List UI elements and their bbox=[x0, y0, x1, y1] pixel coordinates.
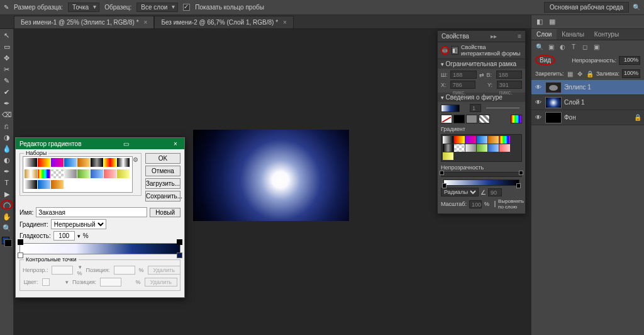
dodge-tool[interactable]: ◐ bbox=[1, 155, 13, 165]
gear-icon[interactable]: ⚙ bbox=[133, 156, 138, 163]
fill-preview[interactable] bbox=[441, 105, 460, 112]
document-tab[interactable]: Без имени-2 @ 66,7% (Слой 1, RGB/8) *× bbox=[154, 16, 294, 28]
gradient-preset[interactable] bbox=[51, 169, 64, 178]
tab-layers[interactable]: Слои bbox=[531, 29, 557, 40]
gradient-preset[interactable] bbox=[117, 169, 130, 178]
ok-button[interactable]: OK bbox=[145, 153, 180, 164]
opacity-input[interactable]: 100% bbox=[619, 56, 640, 65]
visibility-icon[interactable]: 👁 bbox=[534, 84, 543, 91]
blend-mode-select[interactable]: Вид bbox=[535, 55, 555, 65]
gradient-preset[interactable] bbox=[443, 136, 453, 144]
filter-adj-icon[interactable]: ◐ bbox=[558, 42, 567, 51]
color-swatch[interactable] bbox=[2, 237, 12, 247]
y-input[interactable]: 391 пикс. bbox=[497, 81, 522, 89]
gradient-preset[interactable] bbox=[465, 136, 476, 144]
color-panel-icon[interactable]: ◧ bbox=[535, 18, 544, 26]
lasso-tool[interactable]: ✥ bbox=[1, 53, 13, 63]
stop-color-swatch[interactable] bbox=[42, 278, 50, 286]
width-input[interactable]: 188 пикс. bbox=[450, 71, 476, 79]
angle-input[interactable]: 90 bbox=[488, 188, 502, 196]
close-icon[interactable]: × bbox=[283, 19, 287, 26]
lock-all-icon[interactable]: 🔒 bbox=[586, 69, 594, 78]
gradient-type-select[interactable]: Непрерывный bbox=[51, 219, 106, 229]
gradient-preset[interactable] bbox=[25, 180, 37, 189]
load-button[interactable]: Загрузить... bbox=[145, 178, 180, 189]
stop-position-input[interactable] bbox=[114, 266, 135, 275]
x-input[interactable]: 786 пикс. bbox=[450, 81, 475, 89]
marquee-tool[interactable]: ▭ bbox=[1, 42, 13, 52]
gradient-preset[interactable] bbox=[64, 158, 77, 167]
gradient-preset[interactable] bbox=[25, 169, 37, 178]
swatches-panel-icon[interactable]: ▦ bbox=[548, 18, 557, 26]
type-tool[interactable]: T bbox=[1, 178, 13, 188]
maximize-icon[interactable]: ▭ bbox=[121, 140, 131, 147]
gradient-preset[interactable] bbox=[77, 158, 90, 167]
lock-pixels-icon[interactable]: ▦ bbox=[567, 69, 574, 78]
gradient-preset[interactable] bbox=[477, 136, 487, 144]
opacity-slider[interactable] bbox=[441, 172, 522, 177]
hand-tool[interactable]: ✋ bbox=[1, 212, 13, 222]
move-tool[interactable]: ↖ bbox=[1, 30, 13, 40]
eraser-tool[interactable]: ⎌ bbox=[1, 121, 13, 131]
sample-size-select[interactable]: Точка bbox=[68, 3, 99, 12]
dialog-titlebar[interactable]: Редактор градиентов ▭ × bbox=[16, 138, 184, 149]
fill-gradient-swatch[interactable] bbox=[466, 115, 477, 123]
gradient-preset[interactable] bbox=[477, 144, 487, 152]
workspace-button[interactable]: Основная рабочая среда bbox=[544, 2, 629, 13]
layer-item[interactable]: 👁 Эллипс 1 bbox=[531, 80, 644, 95]
fill-pattern-swatch[interactable] bbox=[479, 115, 490, 123]
gradient-preset[interactable] bbox=[51, 158, 64, 167]
gradient-slider[interactable] bbox=[443, 179, 519, 186]
gradient-preset[interactable] bbox=[117, 158, 130, 167]
gradient-preset[interactable] bbox=[38, 180, 50, 189]
close-icon[interactable]: × bbox=[144, 19, 148, 26]
close-icon[interactable]: × bbox=[170, 140, 180, 147]
opacity-stop[interactable] bbox=[18, 239, 23, 245]
gradient-preset[interactable] bbox=[499, 136, 510, 144]
brush-tool[interactable]: ✒ bbox=[1, 98, 13, 108]
pen-tool[interactable]: ✒ bbox=[1, 166, 13, 176]
visibility-icon[interactable]: 👁 bbox=[534, 114, 543, 121]
filter-kind-icon[interactable]: 🔍 bbox=[535, 42, 544, 51]
gradient-ramp[interactable] bbox=[19, 243, 180, 254]
collapse-icon[interactable]: ▸▸ bbox=[491, 33, 497, 40]
gradient-preset[interactable] bbox=[91, 169, 103, 178]
document-tab[interactable]: Без имени-1 @ 25% (Эллипс 1, RGB/8) *× bbox=[14, 16, 154, 28]
panel-menu-icon[interactable]: ≡ bbox=[518, 33, 521, 40]
sample-select[interactable]: Все слои bbox=[136, 3, 178, 12]
gradient-preset[interactable] bbox=[465, 144, 476, 152]
gradient-preset[interactable] bbox=[25, 158, 37, 167]
visibility-icon[interactable]: 👁 bbox=[534, 99, 543, 106]
align-checkbox[interactable] bbox=[494, 201, 496, 207]
gradient-preset[interactable] bbox=[443, 144, 453, 152]
filter-pixel-icon[interactable]: ▣ bbox=[547, 42, 555, 51]
live-shape-icon[interactable]: ▭ bbox=[441, 46, 449, 55]
show-ring-checkbox[interactable] bbox=[183, 4, 190, 11]
mask-icon[interactable]: ◧ bbox=[452, 46, 458, 55]
gradient-preset[interactable] bbox=[454, 144, 465, 152]
stroke-style-select[interactable] bbox=[486, 108, 519, 108]
eyedropper-tool[interactable]: ✎ bbox=[1, 76, 13, 86]
gradient-preset[interactable] bbox=[499, 144, 510, 152]
gradient-tool[interactable]: ◑ bbox=[1, 132, 13, 142]
fill-none-swatch[interactable] bbox=[441, 115, 452, 123]
stroke-width-input[interactable]: 1 bbox=[470, 104, 481, 112]
delete-color-stop-button[interactable]: Удалить bbox=[145, 278, 177, 287]
color-stop[interactable] bbox=[177, 253, 182, 258]
gradient-preset[interactable] bbox=[488, 144, 499, 152]
scale-input[interactable]: 100 bbox=[469, 200, 482, 208]
stop-opacity-input[interactable] bbox=[52, 266, 73, 275]
crop-tool[interactable]: ✂ bbox=[1, 64, 13, 74]
gradient-type-select[interactable]: Радиальный bbox=[441, 188, 479, 196]
gradient-preset[interactable] bbox=[454, 136, 465, 144]
gradient-preset[interactable] bbox=[104, 158, 116, 167]
shape-tool[interactable]: ◯ bbox=[1, 200, 13, 210]
path-tool[interactable]: ▶ bbox=[1, 189, 13, 199]
layer-item[interactable]: 👁 Фон 🔒 bbox=[531, 110, 644, 125]
gradient-preset[interactable] bbox=[51, 180, 64, 189]
filter-type-icon[interactable]: T bbox=[569, 42, 578, 51]
fill-input[interactable]: 100% bbox=[622, 69, 640, 78]
zoom-tool[interactable]: 🔍 bbox=[1, 223, 13, 233]
color-picker-swatch[interactable] bbox=[511, 115, 522, 123]
color-stop[interactable] bbox=[18, 253, 23, 258]
